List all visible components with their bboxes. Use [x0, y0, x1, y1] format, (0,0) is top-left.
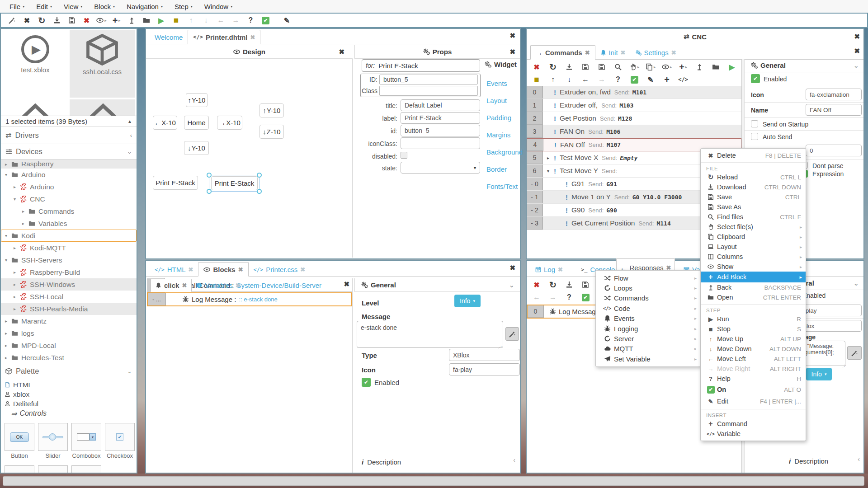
tree-item[interactable]: ▸Raspberry-Build [1, 266, 137, 278]
command-row[interactable]: 2!Get PostionSend:M128 [527, 112, 741, 125]
chevron-down-icon[interactable]: ⌄ [853, 279, 859, 287]
icon-field[interactable] [449, 363, 520, 375]
menu-block[interactable]: Block▾ [88, 1, 121, 12]
menu-view[interactable]: View▾ [58, 1, 88, 12]
menu-item-download[interactable]: DownloadCTRL DOWN [701, 182, 806, 192]
selection-status-bar[interactable]: 1 selected items (39 Bytes) ▲ [1, 116, 137, 127]
section-drivers[interactable]: ⇄ Drivers ‹ [1, 127, 137, 144]
menu-item-add-block[interactable]: +Add Block▸ [701, 272, 806, 282]
palette-subgroup-controls[interactable]: ⇒Controls [5, 408, 137, 418]
tree-item[interactable]: ▸MPD-Local [1, 339, 137, 352]
close-tab-icon[interactable]: ✖ [250, 34, 255, 41]
move-right-icon[interactable]: → [594, 73, 610, 86]
menu-item-help[interactable]: ?HelpH [701, 374, 806, 384]
tab-html[interactable]: </>HTML✖ [150, 263, 198, 276]
download-icon[interactable] [561, 61, 577, 73]
toggle-on-icon[interactable]: ✔ [626, 73, 642, 86]
menu-item-move-down[interactable]: ↓Move DownALT DOWN [701, 344, 806, 354]
level-up-icon[interactable] [691, 61, 708, 73]
icon-field[interactable] [806, 89, 862, 100]
move-left-icon[interactable]: ← [213, 14, 228, 27]
palette-group-html[interactable]: HTML [5, 380, 137, 389]
delete-icon[interactable]: ✖ [528, 278, 545, 291]
props-tab-layout[interactable]: Layout [486, 97, 507, 104]
menu-item-show[interactable]: Show▸ [701, 262, 806, 272]
design-button-selected[interactable]: Print E-Stack [211, 176, 258, 190]
disabled-checkbox[interactable] [401, 152, 407, 159]
refresh-icon[interactable]: ↻ [34, 14, 49, 27]
toggle-on-icon[interactable]: ✔ [258, 14, 273, 27]
add-icon[interactable]: +▸ [675, 61, 691, 73]
chevron-down-icon[interactable]: ⌄ [853, 61, 859, 70]
design-canvas[interactable]: ↑Y-10 ←X-10 Home →X-10 ↑Y-10 ↓Z-10 ↓Y-10… [146, 59, 353, 258]
submenu-item-logging[interactable]: Logging▸ [596, 324, 700, 333]
add-icon[interactable]: +▸ [109, 14, 124, 27]
help-icon[interactable]: ? [610, 73, 626, 86]
menu-item-move-right[interactable]: →Move RightALT RIGHT [701, 364, 806, 374]
class-field[interactable] [379, 86, 478, 96]
palette-group-xblox[interactable]: xblox [5, 389, 137, 399]
tree-item[interactable]: ▸SSH-Windows [1, 278, 137, 291]
tab-welcome[interactable]: Welcome [150, 30, 188, 44]
design-button[interactable]: ↓Z-10 [259, 125, 284, 139]
close-icon[interactable]: ✖ [509, 264, 515, 272]
title-field[interactable] [401, 99, 480, 111]
palette-switch[interactable] [38, 465, 68, 474]
tab-log[interactable]: Log✖ [530, 263, 568, 276]
toggle-on-icon[interactable]: ✔ [577, 291, 594, 304]
move-left-icon[interactable]: ← [528, 291, 545, 304]
move-up-icon[interactable]: ↑ [545, 73, 561, 86]
menu-item-run[interactable]: ▶RunR [701, 314, 806, 324]
menu-item-delete[interactable]: ✖DeleteF8 | DELETE [701, 150, 806, 160]
tree-item[interactable]: ▾SSH-Servers [1, 254, 137, 266]
edit-icon[interactable]: ✎ [642, 73, 659, 86]
tree-item[interactable]: ▸Kodi-MQTT [1, 242, 137, 254]
close-icon[interactable]: ✖ [854, 47, 860, 55]
command-row[interactable]: 1!Extruder off,Send:M103 [527, 99, 741, 112]
description-row[interactable]: iDescription [789, 457, 828, 465]
tree-item[interactable]: ▾Arduino [1, 169, 137, 181]
menu-file[interactable]: File▾ [4, 1, 30, 12]
props-tab-background[interactable]: Background [486, 148, 523, 156]
search-icon[interactable] [610, 61, 626, 73]
palette-slider[interactable] [38, 423, 68, 451]
menu-window[interactable]: Window▾ [198, 1, 238, 12]
palette-radio-button[interactable] [5, 465, 34, 474]
palette-checkbox[interactable]: ✔ [105, 423, 135, 451]
field-id-field[interactable] [401, 125, 480, 136]
close-tab-icon[interactable]: ✖ [300, 266, 305, 273]
close-tab-icon[interactable]: ✖ [189, 266, 193, 273]
code-icon[interactable]: </> [675, 73, 691, 86]
log-args-link[interactable]: :: e-stack done [239, 296, 277, 303]
submenu-item-flow[interactable]: Flow▸ [596, 273, 700, 283]
tab-settings[interactable]: Settings✖ [631, 46, 681, 59]
close-tab-icon[interactable]: ✖ [182, 282, 187, 289]
palette-group-deliteful[interactable]: Deliteful [5, 399, 137, 408]
close-icon[interactable]: ✖ [854, 33, 860, 41]
delete-icon[interactable]: ✖ [528, 61, 545, 73]
close-tab-icon[interactable]: ✖ [238, 266, 243, 273]
tab-commands[interactable]: →Commands✖ [530, 45, 595, 60]
close-icon[interactable]: ✖ [509, 32, 515, 40]
name-field[interactable] [806, 104, 862, 116]
stop-icon[interactable]: ■ [528, 73, 545, 86]
design-button[interactable]: Home [184, 116, 209, 130]
menu-item-columns[interactable]: Columns▸ [701, 252, 806, 262]
menu-item-stop[interactable]: ■StopS [701, 324, 806, 334]
close-design-icon[interactable]: ✖ [339, 48, 344, 56]
chevron-left-icon[interactable]: ‹ [858, 455, 860, 463]
block-row-log-message[interactable]: - ... Log Message : :: e-stack done [147, 292, 352, 306]
help-icon[interactable]: ? [243, 14, 258, 27]
delete-icon[interactable]: ✖ [79, 14, 94, 27]
menu-item-variable[interactable]: </>Variable [701, 429, 806, 439]
command-row[interactable]: 0!Extruder on, fwdSend:M101 [527, 86, 741, 99]
design-button[interactable]: ↑Y-10 [259, 103, 284, 117]
show-icon[interactable]: ▸ [94, 14, 109, 27]
menu-step[interactable]: Step▾ [169, 1, 198, 12]
tree-item[interactable]: ▸Raspberry [1, 160, 137, 169]
tab-printer-css[interactable]: </>Printer.css✖ [249, 263, 311, 276]
add-icon[interactable]: + [659, 73, 675, 86]
design-button[interactable]: →X-10 [217, 116, 242, 130]
tree-item[interactable]: ▾CNC [1, 193, 137, 205]
chevron-down-icon[interactable]: ⌄ [509, 281, 514, 289]
